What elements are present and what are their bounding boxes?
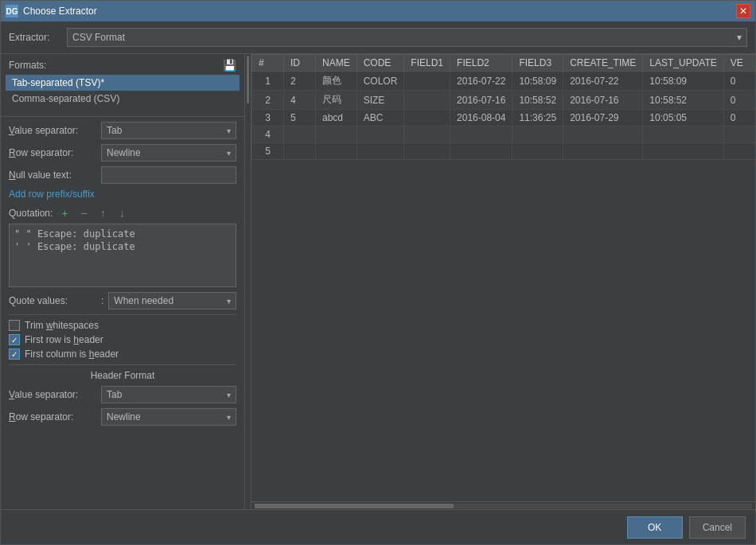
cell-field2: 2016-08-04 — [450, 110, 512, 127]
table-header-row: # ID NAME CODE FIELD1 FIELD2 FIELD3 CREA… — [252, 55, 756, 72]
table-row: 2 4 尺码 SIZE 2016-07-16 10:58:52 2016-07-… — [252, 91, 756, 110]
main-content: Formats: 💾 Tab-separated (TSV)* Comma-se… — [1, 54, 755, 509]
cell-create-time: 2016-07-22 — [563, 72, 643, 91]
formats-header: Formats: 💾 — [1, 54, 244, 75]
value-separator-label: Value separator: — [9, 125, 96, 136]
title-bar: DG Choose Extractor ✕ — [1, 1, 755, 21]
cell-rownum: 1 — [252, 72, 284, 91]
scroll-thumb[interactable] — [255, 504, 454, 508]
null-value-row: Null value text: — [9, 166, 236, 184]
ok-button[interactable]: OK — [627, 516, 683, 539]
cell-field3: 10:58:09 — [512, 72, 563, 91]
extractor-label: Extractor: — [9, 32, 60, 43]
preview-horizontal-scrollbar[interactable] — [251, 501, 755, 509]
extractor-value: CSV Format — [72, 32, 125, 43]
cell-id: 2 — [284, 72, 316, 91]
cell-last-update: 10:58:52 — [643, 91, 723, 110]
cell-rownum: 4 — [252, 127, 284, 143]
format-item-csv[interactable]: Comma-separated (CSV) — [6, 91, 240, 107]
cell-rownum: 3 — [252, 110, 284, 127]
row-separator-value: Newline — [107, 147, 141, 158]
col-header-last-update: LAST_UPDATE — [643, 55, 723, 72]
quotation-list: " " Escape: duplicate ' ' Escape: duplic… — [9, 224, 236, 287]
quotation-up-button[interactable]: ↑ — [95, 206, 110, 220]
cell-field2: 2016-07-22 — [450, 72, 512, 91]
col-header-id: ID — [284, 55, 316, 72]
col-header-create-time: CREATE_TIME — [563, 55, 643, 72]
header-value-separator-dropdown[interactable]: Tab ▾ — [101, 386, 236, 403]
row-separator-label: Row separator: — [9, 147, 96, 158]
col-header-name: NAME — [316, 55, 357, 72]
cell-field2: 2016-07-16 — [450, 91, 512, 110]
dialog-body: Extractor: CSV Format ▾ Formats: 💾 — [1, 21, 755, 509]
cell-rownum: 2 — [252, 91, 284, 110]
preview-table: # ID NAME CODE FIELD1 FIELD2 FIELD3 CREA… — [251, 54, 755, 160]
trim-whitespaces-label: Trim whitespaces — [25, 320, 99, 331]
dialog-footer: OK Cancel — [1, 509, 755, 544]
quotation-remove-button[interactable]: − — [76, 206, 91, 220]
left-content: Formats: 💾 Tab-separated (TSV)* Comma-se… — [1, 54, 244, 509]
save-formats-icon[interactable]: 💾 — [223, 59, 236, 72]
cell-ve: 0 — [723, 72, 755, 91]
cell-name — [316, 143, 357, 160]
header-value-separator-row: Value separator: Tab ▾ — [9, 386, 236, 403]
quotation-down-button[interactable]: ↓ — [115, 206, 129, 220]
add-row-prefix-link[interactable]: Add row prefix/suffix — [9, 189, 95, 200]
quotation-label: Quotation: — [9, 208, 53, 219]
cell-ve — [723, 143, 755, 160]
extractor-select[interactable]: CSV Format ▾ — [67, 28, 747, 47]
header-row-separator-dropdown[interactable]: Newline ▾ — [101, 408, 236, 426]
formats-label: Formats: — [9, 60, 46, 71]
header-format-title: Header Format — [9, 370, 236, 381]
header-row-separator-label: Row separator: — [9, 411, 96, 422]
cell-field2 — [450, 127, 512, 143]
value-separator-dropdown[interactable]: Tab ▾ — [101, 122, 236, 139]
header-value-separator-value: Tab — [107, 389, 122, 400]
formats-list: Tab-separated (TSV)* Comma-separated (CS… — [6, 75, 240, 107]
cell-last-update: 10:05:05 — [643, 110, 723, 127]
first-row-header-checkbox[interactable] — [9, 334, 20, 345]
cell-field3 — [512, 127, 563, 143]
format-item-tsv[interactable]: Tab-separated (TSV)* — [6, 75, 240, 91]
first-column-header-checkbox[interactable] — [9, 348, 20, 360]
cell-last-update: 10:58:09 — [643, 72, 723, 91]
col-header-field2: FIELD2 — [450, 55, 512, 72]
null-value-input[interactable] — [101, 166, 236, 184]
quote-values-dropdown[interactable]: When needed ▾ — [108, 292, 236, 309]
col-header-ve: VE — [723, 55, 755, 72]
cell-name: abcd — [316, 110, 357, 127]
header-value-separator-arrow: ▾ — [227, 391, 231, 399]
cell-last-update — [643, 143, 723, 160]
trim-whitespaces-checkbox[interactable] — [9, 320, 20, 331]
cancel-button[interactable]: Cancel — [689, 516, 746, 539]
null-value-label: Null value text: — [9, 169, 96, 181]
cell-code — [357, 143, 404, 160]
cell-code: COLOR — [357, 72, 404, 91]
cell-name: 尺码 — [316, 91, 357, 110]
app-icon: DG — [6, 5, 18, 18]
header-row-separator-value: Newline — [107, 411, 141, 422]
quote-values-row: Quote values:: When needed ▾ — [9, 292, 236, 309]
choose-extractor-dialog: DG Choose Extractor ✕ Extractor: CSV For… — [0, 0, 756, 545]
col-header-rownum: # — [252, 55, 284, 72]
left-panel-scrollbar[interactable] — [244, 54, 251, 509]
cell-create-time — [563, 127, 643, 143]
cell-code: ABC — [357, 110, 404, 127]
cell-create-time — [563, 143, 643, 160]
quotation-item-1: " " Escape: duplicate — [14, 228, 231, 240]
cell-create-time: 2016-07-29 — [563, 110, 643, 127]
scroll-track — [255, 504, 752, 508]
cell-field2 — [450, 143, 512, 160]
left-scrollable: Value separator: Tab ▾ Row separ — [1, 122, 244, 509]
cell-rownum: 5 — [252, 143, 284, 160]
quotation-add-button[interactable]: + — [57, 206, 72, 220]
cell-field1 — [404, 143, 450, 160]
cell-field1 — [404, 72, 450, 91]
row-separator-dropdown[interactable]: Newline ▾ — [101, 144, 236, 162]
header-row-separator-arrow: ▾ — [227, 413, 231, 422]
left-panel: Formats: 💾 Tab-separated (TSV)* Comma-se… — [1, 54, 251, 509]
close-button[interactable]: ✕ — [736, 4, 750, 18]
cell-last-update — [643, 127, 723, 143]
cell-field1 — [404, 127, 450, 143]
cell-name — [316, 127, 357, 143]
